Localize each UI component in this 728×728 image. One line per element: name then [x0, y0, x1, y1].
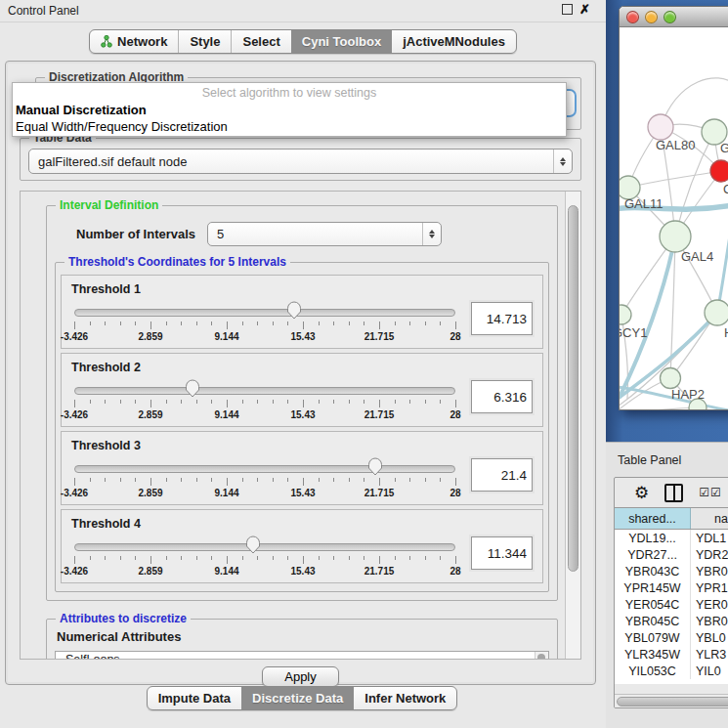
table-cell[interactable]: YPR1	[691, 579, 728, 596]
tab-style[interactable]: Style	[178, 30, 231, 53]
table-row[interactable]: YER054CYER0	[615, 596, 728, 613]
node-label: GAL11	[624, 196, 664, 211]
table-data-combo[interactable]: galFiltered.sif default node	[28, 149, 573, 174]
tab-cyni-toolbox[interactable]: Cyni Toolbox	[291, 30, 392, 53]
table-row[interactable]: YLR345WYLR3	[615, 646, 728, 663]
network-node	[660, 221, 691, 252]
minimize-traffic-icon[interactable]	[645, 11, 658, 23]
table-cell[interactable]: YDL19...	[615, 530, 691, 546]
table-row[interactable]: YBR043CYBR0	[615, 563, 728, 579]
table-cell[interactable]: YBL079W	[615, 629, 691, 646]
network-graph[interactable]: GAL80 GA C GAL11 GAL4 GCY1 H HAP2	[620, 27, 728, 410]
threshold-box-2: Threshold 2 -3.4262.8599.14415.4321.7152…	[61, 353, 543, 427]
table-cell[interactable]: YIL053C	[615, 663, 691, 679]
table-cell[interactable]: YER054C	[615, 596, 691, 613]
apply-button[interactable]: Apply	[262, 666, 339, 687]
network-window-titlebar[interactable]	[620, 7, 728, 27]
list-scrollbar[interactable]	[535, 652, 548, 660]
table-row[interactable]: YIL053CYIL0	[615, 663, 728, 679]
slider-thumb[interactable]	[185, 379, 199, 398]
slider-thumb[interactable]	[246, 535, 261, 554]
tab-label: Network	[117, 34, 167, 49]
num-intervals-combo[interactable]: 5	[207, 222, 442, 246]
scrollbar-thumb[interactable]	[568, 205, 578, 572]
panel-scrollbar[interactable]	[565, 192, 580, 659]
slider-axis-labels: -3.4262.8599.14415.4321.71528	[74, 331, 455, 343]
table-cell[interactable]: YPR145W	[615, 579, 691, 596]
threshold-box-3: Threshold 3 -3.4262.8599.14415.4321.7152…	[61, 431, 543, 505]
threshold-slider-1[interactable]: -3.4262.8599.14415.4321.71528	[74, 300, 455, 345]
numerical-attributes-label: Numerical Attributes	[57, 629, 549, 644]
table-header: shared... na	[615, 507, 728, 530]
threshold-slider-2[interactable]: -3.4262.8599.14415.4321.71528	[74, 378, 455, 423]
node-label: C	[723, 182, 728, 196]
tab-infer-network[interactable]: Infer Network	[354, 687, 456, 709]
table-row[interactable]: YDL19...YDL1	[615, 530, 728, 546]
slider-track[interactable]	[74, 309, 455, 317]
table-toolbar: ⚙ ☑☑	[615, 478, 728, 507]
table-cell[interactable]: YLR345W	[615, 646, 691, 663]
node-label: GAL80	[656, 138, 695, 152]
table-cell[interactable]: YLR3	[691, 646, 728, 663]
table-row[interactable]: YPR145WYPR1	[615, 579, 728, 596]
threshold-slider-3[interactable]: -3.4262.8599.14415.4321.71528	[74, 456, 455, 501]
table-cell[interactable]: YDR2	[691, 546, 728, 563]
tab-discretize-data[interactable]: Discretize Data	[241, 687, 354, 709]
threshold-label: Threshold 4	[71, 517, 533, 531]
table-row[interactable]: YDR27...YDR2	[615, 546, 728, 563]
table-data-group: Table Data galFiltered.sif default node	[20, 138, 581, 181]
node-label: GCY1	[620, 325, 647, 340]
tab-impute-data[interactable]: Impute Data	[148, 687, 241, 709]
control-panel-titlebar: Control Panel ✗	[0, 0, 606, 22]
table-data-combo-value: galFiltered.sif default node	[29, 154, 553, 169]
threshold-value-4[interactable]: 11.344	[471, 536, 533, 570]
slider-ticks	[74, 556, 455, 565]
gear-icon[interactable]: ⚙	[634, 485, 649, 501]
tab-select[interactable]: Select	[231, 30, 290, 53]
slider-axis-labels: -3.4262.8599.14415.4321.71528	[74, 488, 455, 499]
tab-jactivemnodules[interactable]: jActiveMNodules	[392, 30, 516, 53]
slider-thumb[interactable]	[287, 301, 302, 320]
dropdown-option-manual[interactable]: Manual Discretization	[13, 102, 566, 118]
slider-track[interactable]	[74, 465, 455, 473]
table-cell[interactable]: YER0	[691, 596, 728, 613]
numerical-attributes-list[interactable]: SelfLoops TopologicalCoefficient Between…	[55, 651, 549, 660]
table-cell[interactable]: YIL0	[691, 663, 728, 679]
slider-track[interactable]	[74, 543, 455, 551]
threshold-value-1[interactable]: 14.713	[471, 302, 533, 335]
network-window[interactable]: GAL80 GA C GAL11 GAL4 GCY1 H HAP2	[619, 6, 728, 410]
table-cell[interactable]: YBR0	[691, 563, 728, 579]
column-header-shared[interactable]: shared...	[615, 508, 691, 529]
table-row[interactable]: YBL079WYBL0	[615, 629, 728, 646]
column-header-name[interactable]: na	[691, 508, 728, 529]
slider-thumb[interactable]	[368, 457, 383, 476]
dropdown-option-equal-width[interactable]: Equal Width/Frequency Discretization	[13, 118, 566, 135]
float-window-icon[interactable]	[562, 4, 573, 15]
split-columns-icon[interactable]	[664, 484, 683, 502]
list-item[interactable]: SelfLoops	[56, 652, 548, 660]
node-label: HAP2	[671, 387, 705, 402]
table-cell[interactable]: YDR27...	[615, 546, 691, 563]
slider-ticks	[74, 321, 455, 330]
zoom-traffic-icon[interactable]	[664, 11, 676, 23]
checkbox-icons[interactable]: ☑☑	[699, 486, 722, 499]
table-cell[interactable]: YBR043C	[615, 563, 691, 579]
table-cell[interactable]: YDL1	[691, 530, 728, 546]
threshold-value-3[interactable]: 21.4	[471, 458, 533, 492]
table-hscrollbar[interactable]	[615, 694, 728, 707]
app-canvas: Control Panel ✗ Network	[0, 0, 728, 728]
table-cell[interactable]: YBL0	[691, 629, 728, 646]
tab-network[interactable]: Network	[90, 30, 178, 53]
slider-axis-labels: -3.4262.8599.14415.4321.71528	[74, 566, 455, 578]
control-panel: Control Panel ✗ Network	[0, 0, 606, 728]
close-traffic-icon[interactable]	[626, 11, 639, 23]
scrollbar-thumb[interactable]	[617, 697, 728, 707]
node-label: GA	[720, 141, 728, 155]
threshold-value-2[interactable]: 6.316	[471, 380, 533, 413]
close-icon[interactable]: ✗	[579, 3, 590, 16]
threshold-slider-4[interactable]: -3.4262.8599.14415.4321.71528	[74, 535, 455, 579]
table-cell[interactable]: YBR0	[691, 613, 728, 629]
slider-track[interactable]	[74, 387, 455, 395]
table-row[interactable]: YBR045CYBR0	[615, 613, 728, 629]
table-cell[interactable]: YBR045C	[615, 613, 691, 629]
